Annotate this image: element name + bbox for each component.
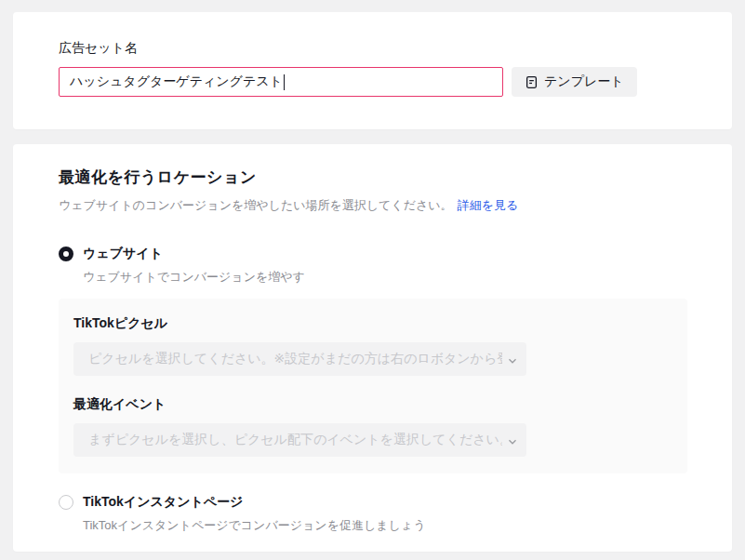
optimization-event-label: 最適化イベント [73, 396, 672, 413]
details-link[interactable]: 詳細を見る [458, 198, 519, 212]
template-button-label: テンプレート [544, 73, 624, 90]
chevron-down-icon [507, 353, 518, 370]
ad-set-name-label: 広告セット名 [59, 40, 732, 57]
document-icon [525, 75, 539, 89]
event-select-placeholder: まずピクセルを選択し、ピクセル配下のイベントを選択してください。 [88, 432, 502, 448]
section-subtitle: ウェブサイトのコンバージョンを増やしたい場所を選択してください。 [59, 198, 453, 212]
event-select[interactable]: まずピクセルを選択し、ピクセル配下のイベントを選択してください。 [73, 423, 526, 457]
pixel-select[interactable]: ピクセルを選択してください。※設定がまだの方は右のロボタンから登 [73, 342, 526, 376]
option-instant-page[interactable]: TikTokインスタントページ [59, 494, 732, 511]
optimization-location-card: 最適化を行うロケーション ウェブサイトのコンバージョンを増やしたい場所を選択して… [13, 144, 732, 552]
pixel-settings-panel: TikTokピクセル ピクセルを選択してください。※設定がまだの方は右のロボタン… [59, 299, 687, 473]
section-subtitle-row: ウェブサイトのコンバージョンを増やしたい場所を選択してください。詳細を見る [59, 196, 732, 214]
pixel-select-placeholder: ピクセルを選択してください。※設定がまだの方は右のロボタンから登 [88, 351, 502, 367]
ad-set-name-card: 広告セット名 ハッシュタグターゲティングテスト テンプレート [13, 12, 732, 129]
chevron-down-icon [507, 434, 518, 451]
option-instant-page-description: TikTokインスタントページでコンバージョンを促進しましょう [83, 517, 732, 534]
template-button[interactable]: テンプレート [512, 67, 637, 97]
tiktok-pixel-label: TikTokピクセル [73, 315, 672, 332]
radio-selected-icon[interactable] [59, 247, 73, 261]
text-caret [284, 74, 285, 90]
option-website[interactable]: ウェブサイト [59, 246, 732, 262]
ad-set-name-row: ハッシュタグターゲティングテスト テンプレート [59, 67, 732, 97]
option-website-description: ウェブサイトでコンバージョンを増やす [83, 269, 732, 286]
option-instant-page-label: TikTokインスタントページ [83, 494, 243, 511]
section-title: 最適化を行うロケーション [59, 167, 732, 188]
option-website-label: ウェブサイト [83, 246, 163, 262]
ad-set-name-value: ハッシュタグターゲティングテスト [70, 73, 283, 90]
ad-set-name-input[interactable]: ハッシュタグターゲティングテスト [59, 67, 503, 97]
radio-unselected-icon[interactable] [59, 495, 73, 510]
